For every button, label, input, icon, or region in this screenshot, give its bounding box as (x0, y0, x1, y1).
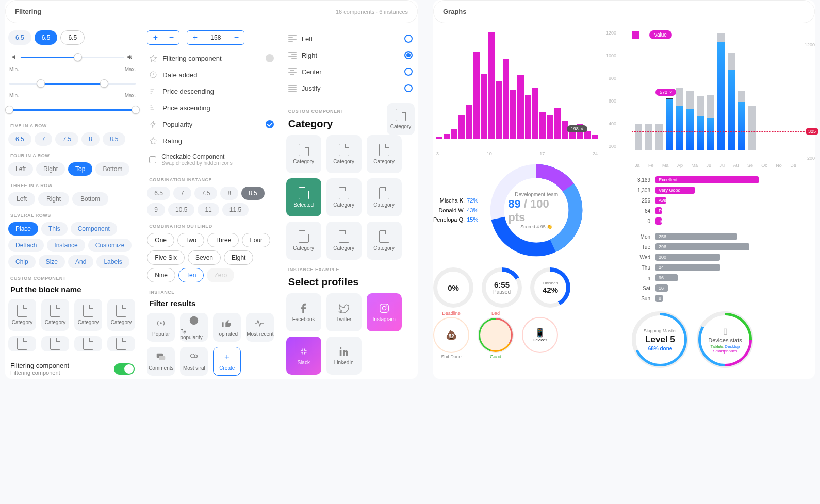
profile-slack[interactable]: Slack (286, 337, 321, 375)
chip-sev-2[interactable]: Component (71, 222, 117, 236)
profile-facebook[interactable]: Facebook (286, 293, 321, 331)
combo-3[interactable]: 8 (220, 187, 238, 200)
chip-five-1[interactable]: 7 (35, 132, 53, 146)
combo-4[interactable]: 8.5 (241, 187, 265, 200)
out-7[interactable]: Nine (147, 268, 175, 282)
tile-category-b2[interactable] (41, 336, 69, 351)
tile-category-a2[interactable]: Category (41, 299, 69, 331)
stepper-value[interactable]: + 158 − (187, 30, 244, 45)
chip-sev-3[interactable]: Dettach (8, 239, 44, 252)
combo-2[interactable]: 7.5 (194, 187, 218, 200)
plus-button[interactable]: + (147, 31, 163, 44)
profile-instagram[interactable]: Instagram (367, 293, 402, 331)
row-rating[interactable]: Rating (147, 132, 275, 149)
cat-6[interactable]: Category (286, 222, 321, 260)
out-3[interactable]: Four (242, 233, 270, 247)
chip-four-2[interactable]: Top (68, 162, 92, 176)
align-center[interactable]: Center (286, 63, 415, 80)
out-1[interactable]: Two (177, 233, 204, 247)
out-6[interactable]: Eight (224, 250, 253, 265)
combo-5[interactable]: 9 (147, 203, 165, 216)
out-5[interactable]: Seven (188, 250, 221, 265)
tile-popular[interactable]: Popular (147, 313, 175, 342)
profile-linkedin[interactable]: LinkedIn (326, 337, 362, 375)
chip-four-1[interactable]: Right (36, 162, 65, 176)
chip-sev-8[interactable]: And (68, 255, 93, 268)
cat-0[interactable]: Category (286, 135, 321, 173)
chip-five-3[interactable]: 8 (81, 132, 100, 146)
profile-twitter[interactable]: Twitter (326, 293, 362, 331)
tile-comments[interactable]: Comments (147, 347, 175, 376)
cat-3-selected[interactable]: Selected (286, 178, 321, 216)
row-price-asc[interactable]: Price ascending (147, 99, 275, 116)
radio-selected[interactable] (404, 51, 413, 59)
chip-sev-9[interactable]: Labels (96, 255, 129, 268)
cat-4[interactable]: Category (326, 178, 362, 216)
minus-button[interactable]: − (163, 31, 179, 44)
tile-create[interactable]: +Create (213, 347, 241, 376)
row-date-added[interactable]: Date added (147, 66, 275, 83)
radio[interactable] (404, 35, 413, 43)
out-0[interactable]: One (147, 233, 174, 247)
tile-category-a4[interactable]: Category (107, 299, 135, 331)
tile-category-a3[interactable]: Category (74, 299, 102, 331)
chip-sev-4[interactable]: Instance (47, 239, 85, 252)
cat-1[interactable]: Category (326, 135, 362, 173)
chip-sev-5[interactable]: Customize (88, 239, 132, 252)
chip-sev-0[interactable]: Place (8, 222, 38, 236)
combo-0[interactable]: 6.5 (147, 187, 170, 200)
volume-slider[interactable] (9, 51, 136, 63)
radio[interactable] (404, 68, 413, 76)
plus-button-2[interactable]: + (187, 31, 203, 44)
chip-four-3[interactable]: Bottom (95, 162, 129, 176)
row-price-desc[interactable]: Price descending (147, 83, 275, 99)
out-4[interactable]: Five Six (147, 250, 185, 265)
row-checkable[interactable]: Checkable Component Swap checked by hidd… (147, 149, 275, 170)
row-popularity[interactable]: Popularity (147, 116, 275, 132)
chip-three-0[interactable]: Left (8, 192, 35, 206)
tile-category-b4[interactable] (107, 336, 135, 351)
cat-7[interactable]: Category (326, 222, 362, 260)
align-justify[interactable]: Justify (286, 80, 415, 96)
combo-8[interactable]: 11.5 (222, 203, 249, 216)
stepper-simple[interactable]: + − (147, 30, 179, 45)
tile-top-rated[interactable]: Top rated (213, 313, 241, 342)
chip-five-4[interactable]: 8.5 (103, 132, 126, 146)
align-left[interactable]: Left (286, 30, 415, 47)
tile-category-a1[interactable]: Category (8, 299, 36, 331)
chip-five-2[interactable]: 7.5 (55, 132, 78, 146)
tile-most-viral[interactable]: Most viral (180, 347, 208, 376)
chip-6-5-c[interactable]: 6.5 (60, 30, 85, 45)
range-slider-1[interactable] (9, 77, 136, 90)
chip-three-1[interactable]: Right (38, 192, 69, 206)
row-filtering-component[interactable]: Filtering component (147, 50, 275, 66)
checkbox[interactable] (149, 156, 156, 163)
chip-6-5-a[interactable]: 6.5 (8, 30, 31, 45)
out-8[interactable]: Ten (178, 268, 204, 282)
chip-sev-1[interactable]: This (41, 222, 68, 236)
out-9[interactable]: Zero (207, 268, 234, 282)
radio[interactable] (404, 84, 413, 92)
align-right[interactable]: Right (286, 47, 415, 63)
cat-8[interactable]: Category (367, 222, 402, 260)
chip-sev-7[interactable]: Size (39, 255, 65, 268)
chip-three-2[interactable]: Bottom (72, 192, 108, 206)
tile-category-lone[interactable]: Category (387, 103, 415, 135)
combo-7[interactable]: 11 (198, 203, 219, 216)
tile-most-recent[interactable]: Most recent (246, 313, 274, 342)
filtering-toggle[interactable] (114, 363, 135, 375)
chip-four-0[interactable]: Left (8, 162, 33, 176)
chip-6-5-b[interactable]: 6.5 (35, 30, 58, 45)
tile-category-b3[interactable] (74, 336, 102, 351)
combo-1[interactable]: 7 (173, 187, 191, 200)
cat-2[interactable]: Category (367, 135, 402, 173)
tile-category-b1[interactable] (8, 336, 36, 351)
combo-6[interactable]: 10.5 (168, 203, 194, 216)
cat-5[interactable]: Category (367, 178, 402, 216)
chip-five-0[interactable]: 6.5 (8, 132, 31, 146)
chip-sev-6[interactable]: Chip (8, 255, 36, 268)
range-slider-2[interactable] (9, 104, 136, 116)
tile-by-popularity[interactable]: By popularity (180, 313, 208, 342)
minus-button-2[interactable]: − (228, 31, 244, 44)
out-2[interactable]: Three (207, 233, 239, 247)
